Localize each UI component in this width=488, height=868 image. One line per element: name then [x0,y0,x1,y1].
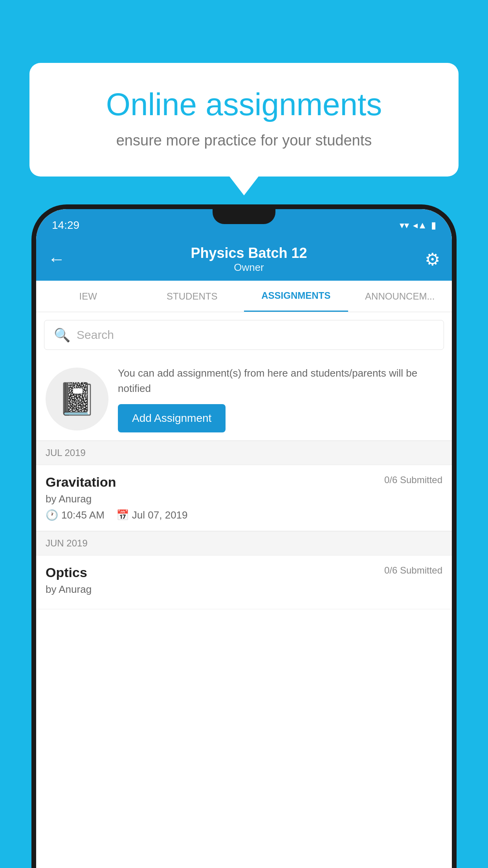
header-center: Physics Batch 12 Owner [73,245,425,274]
battery-icon: ▮ [431,220,436,231]
search-bar[interactable]: 🔍 Search [44,320,444,350]
month-separator-jul: JUL 2019 [36,441,452,465]
search-icon: 🔍 [54,327,70,343]
assignment-header-optics: Optics 0/6 Submitted [46,565,442,580]
status-time: 14:29 [52,219,79,232]
assignment-item-optics[interactable]: Optics 0/6 Submitted by Anurag [36,555,452,609]
tab-iew[interactable]: IEW [36,281,140,312]
status-icons: ▾▾ ◂▲ ▮ [400,220,436,231]
tab-assignments[interactable]: ASSIGNMENTS [244,281,348,312]
assignment-name-gravitation: Gravitation [46,474,116,490]
header-title: Physics Batch 12 [73,245,425,261]
speech-bubble-title: Online assignments [57,86,431,123]
notebook-icon: 📓 [57,381,97,417]
add-assignment-button[interactable]: Add Assignment [118,404,226,432]
header-subtitle: Owner [73,261,425,274]
assignment-by-optics: by Anurag [46,583,442,596]
signal-icon: ◂▲ [413,220,427,231]
assignment-time-value: 10:45 AM [61,509,105,521]
promo-icon-circle: 📓 [46,368,108,430]
speech-bubble: Online assignments ensure more practice … [29,63,459,177]
promo-description: You can add assignment(s) from here and … [118,366,442,396]
tabs-bar: IEW STUDENTS ASSIGNMENTS ANNOUNCEM... [36,281,452,312]
assignment-time-gravitation: 🕐 10:45 AM [46,509,105,521]
month-separator-jun: JUN 2019 [36,531,452,555]
assignment-name-optics: Optics [46,565,87,580]
clock-icon: 🕐 [46,509,58,521]
assignment-header: Gravitation 0/6 Submitted [46,474,442,490]
calendar-icon: 📅 [116,509,129,521]
promo-section: 📓 You can add assignment(s) from here an… [36,358,452,441]
settings-icon[interactable]: ⚙ [425,249,440,269]
tab-students[interactable]: STUDENTS [140,281,244,312]
phone-inner: 14:29 ▾▾ ◂▲ ▮ ← Physics Batch 12 Owner ⚙… [36,209,452,868]
assignment-date-value: Jul 07, 2019 [132,509,188,521]
assignment-submitted-gravitation: 0/6 Submitted [384,474,442,485]
assignment-meta-gravitation: 🕐 10:45 AM 📅 Jul 07, 2019 [46,509,442,521]
search-placeholder: Search [77,328,114,342]
speech-bubble-container: Online assignments ensure more practice … [29,63,459,177]
back-button[interactable]: ← [48,249,65,269]
phone-notch [213,209,275,224]
promo-text-area: You can add assignment(s) from here and … [118,366,442,432]
tab-announcements[interactable]: ANNOUNCEM... [348,281,452,312]
app-header: ← Physics Batch 12 Owner ⚙ [36,237,452,281]
assignment-by-gravitation: by Anurag [46,493,442,505]
assignment-item-gravitation[interactable]: Gravitation 0/6 Submitted by Anurag 🕐 10… [36,465,452,531]
phone-screen: 14:29 ▾▾ ◂▲ ▮ ← Physics Batch 12 Owner ⚙… [36,209,452,868]
phone-frame: 14:29 ▾▾ ◂▲ ▮ ← Physics Batch 12 Owner ⚙… [31,204,457,868]
assignment-date-gravitation: 📅 Jul 07, 2019 [116,509,188,521]
wifi-icon: ▾▾ [400,220,409,231]
assignment-submitted-optics: 0/6 Submitted [384,565,442,576]
speech-bubble-subtitle: ensure more practice for your students [57,132,431,149]
content-area: 🔍 Search 📓 You can add assignment(s) fro… [36,312,452,868]
